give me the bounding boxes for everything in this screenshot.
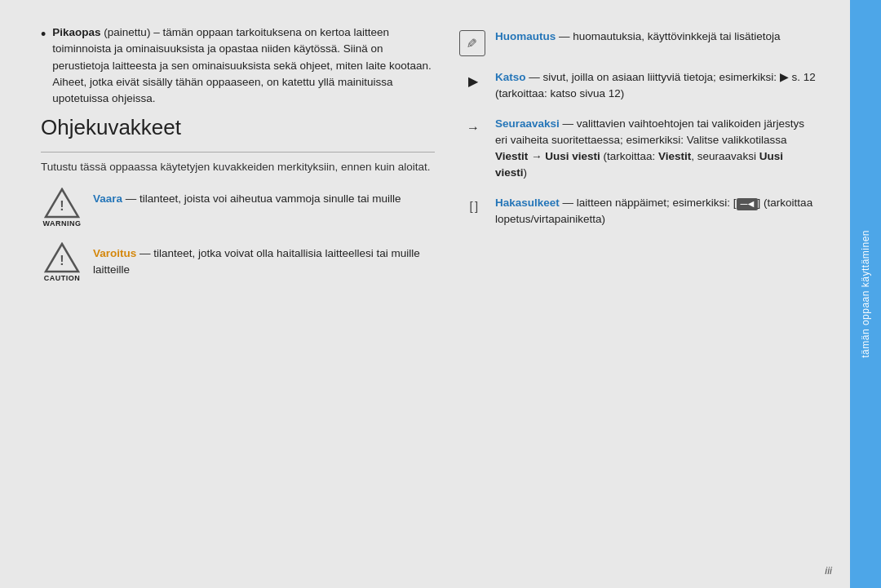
uusi-viesti-bold: Uusi viesti: [545, 150, 600, 162]
bracket-icon: [ ]: [470, 197, 477, 216]
note-item: Huomautus — huomautuksia, käyttövinkkejä…: [459, 29, 817, 56]
arrow-symbol: →: [528, 150, 545, 162]
huomautus-bold: Huomautus: [495, 30, 556, 42]
vaara-rest: — tilanteet, joista voi aiheutua vammoja…: [122, 192, 401, 205]
caution-triangle-icon: !: [44, 242, 80, 273]
section-subtitle: Tutustu tässä oppaassa käytetyjen kuvakk…: [41, 159, 435, 175]
hakasulkeet-bold: Hakasulkeet: [495, 197, 560, 209]
hakasulkeet-text: Hakasulkeet — laitteen näppäimet; esimer…: [495, 195, 817, 228]
pikaopas-text: Pikaopas (painettu) – tämän oppaan tarko…: [52, 24, 435, 107]
katso-text: Katso — sivut, joilla on asiaan liittyvi…: [495, 69, 817, 103]
right-col: Huomautus — huomautuksia, käyttövinkkejä…: [459, 24, 817, 282]
warning-item: ! WARNING Vaara — tilanteet, joista voi …: [41, 188, 435, 228]
caution-label: CAUTION: [44, 274, 81, 282]
warning-triangle-icon: !: [44, 188, 80, 219]
caution-icon-wrap: ! CAUTION: [41, 242, 83, 282]
vaara-bold: Vaara: [93, 192, 122, 205]
hakasulkeet-item: [ ] Hakasulkeet — laitteen näppäimet; es…: [459, 195, 817, 228]
seuraavaksi-rest3: , seuraavaksi: [691, 150, 759, 162]
arrow-right-icon: ▶: [468, 71, 478, 92]
seuraavaksi-rest2: (tarkoittaa:: [600, 150, 658, 162]
ohjekuvakkeet-section: Ohjekuvakkeet Tutustu tässä oppaassa käy…: [41, 115, 435, 281]
katso-item: ▶ Katso — sivut, joilla on asiaan liitty…: [459, 69, 817, 103]
page-footer: iii: [825, 564, 832, 577]
warning-text: Vaara — tilanteet, joista voi aiheutua v…: [93, 188, 401, 207]
arrow-right-wrap: ▶: [459, 71, 487, 92]
varoitus-rest: — tilanteet, jotka voivat olla haitallis…: [93, 247, 420, 276]
sidebar-label: tämän oppaan käyttäminen: [860, 230, 871, 358]
warning-label: WARNING: [43, 219, 82, 228]
viestit-bold2: Viestit: [658, 150, 691, 162]
sidebar: tämän oppaan käyttäminen: [850, 0, 881, 588]
note-icon-wrap: [459, 30, 487, 56]
varoitus-bold: Varoitus: [93, 247, 136, 259]
pikaopas-bold: Pikaopas: [52, 26, 100, 38]
main-content: • Pikaopas (painettu) – tämän oppaan tar…: [0, 0, 850, 588]
left-col: • Pikaopas (painettu) – tämän oppaan tar…: [41, 24, 435, 282]
seuraavaksi-close: ): [523, 166, 527, 179]
bullet-dot: •: [41, 24, 46, 45]
svg-text:!: !: [60, 199, 64, 213]
seuraavaksi-text: Seuraavaksi — valittavien vaihtoehtojen …: [495, 116, 817, 182]
icon-items-list: ! WARNING Vaara — tilanteet, joista voi …: [41, 188, 435, 282]
seuraavaksi-item: → Seuraavaksi — valittavien vaihtoehtoje…: [459, 116, 817, 182]
warning-icon-wrap: ! WARNING: [41, 188, 83, 228]
note-icon: [459, 30, 485, 56]
huomautus-rest: — huomautuksia, käyttövinkkejä tai lisät…: [556, 30, 780, 42]
bracket-wrap: [ ]: [459, 197, 487, 216]
section-divider: [41, 152, 435, 153]
katso-rest: — sivut, joilla on asiaan liittyviä tiet…: [495, 71, 816, 99]
viestit-bold: Viestit: [495, 150, 528, 162]
caution-item: ! CAUTION Varoitus — tilanteet, jotka vo…: [41, 242, 435, 282]
key-button-icon: —◀: [737, 198, 758, 211]
seuraavaksi-bold: Seuraavaksi: [495, 117, 560, 130]
hakasulkeet-rest1: — laitteen näppäimet; esimerkiksi: [: [560, 197, 737, 209]
page-number: iii: [825, 564, 832, 577]
svg-text:!: !: [60, 254, 64, 267]
katso-bold: Katso: [495, 71, 526, 83]
pikaopas-bullet: • Pikaopas (painettu) – tämän oppaan tar…: [41, 24, 435, 107]
pikaopas-rest: (painettu) – tämän oppaan tarkoituksena …: [52, 26, 432, 104]
note-text: Huomautus — huomautuksia, käyttövinkkejä…: [495, 29, 817, 45]
arrow-next-wrap: →: [459, 117, 487, 139]
arrow-next-icon: →: [467, 117, 480, 139]
top-section: • Pikaopas (painettu) – tämän oppaan tar…: [41, 24, 817, 282]
section-title: Ohjekuvakkeet: [41, 115, 435, 140]
caution-text: Varoitus — tilanteet, jotka voivat olla …: [93, 242, 435, 279]
